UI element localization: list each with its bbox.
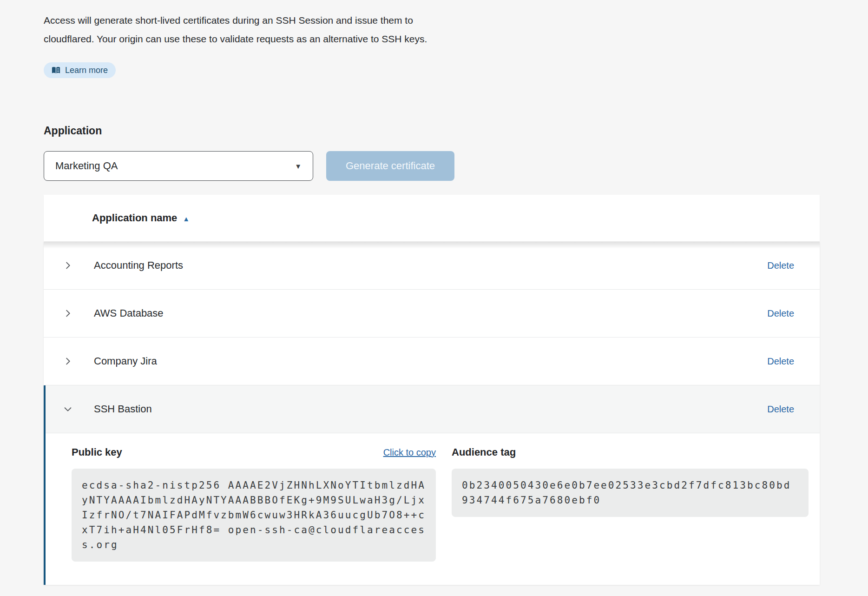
audience-tag-label: Audience tag: [452, 446, 516, 458]
table-row-company-jira: Company Jira Delete: [44, 338, 820, 385]
audience-tag-section: Audience tag 0b2340050430e6e0b7ee02533e3…: [452, 446, 809, 562]
table-row-accounting-reports: Accounting Reports Delete: [44, 242, 820, 290]
table-body: Accounting Reports Delete AWS Database D…: [44, 242, 820, 585]
audience-tag-value[interactable]: 0b2340050430e6e0b7ee02533e3cbd2f7dfc813b…: [452, 469, 809, 517]
application-label: Application: [44, 125, 868, 137]
row-name: Company Jira: [94, 355, 157, 367]
learn-more-button[interactable]: Learn more: [44, 62, 116, 78]
column-header-application-name[interactable]: Application name ▲: [92, 212, 190, 224]
controls-row: Marketing QA ▼ Generate certificate: [44, 151, 868, 181]
applications-table: Application name ▲ Accounting Reports De…: [44, 195, 820, 585]
click-to-copy-link[interactable]: Click to copy: [383, 447, 436, 458]
row-name: SSH Bastion: [94, 403, 152, 415]
page-description: Access will generate short-lived certifi…: [44, 11, 508, 48]
application-select-value: Marketing QA: [55, 160, 118, 172]
chevron-down-icon[interactable]: [62, 404, 73, 415]
chevron-right-icon[interactable]: [62, 260, 73, 271]
select-caret-icon: ▼: [295, 162, 302, 170]
row-name: AWS Database: [94, 307, 164, 319]
delete-link[interactable]: Delete: [767, 404, 794, 415]
row-name: Accounting Reports: [94, 259, 183, 272]
chevron-right-icon[interactable]: [62, 308, 73, 319]
application-select[interactable]: Marketing QA ▼: [44, 151, 313, 181]
chevron-right-icon[interactable]: [62, 356, 73, 367]
public-key-value[interactable]: ecdsa-sha2-nistp256 AAAAE2VjZHNhLXNoYTIt…: [72, 469, 436, 562]
row-detail-panel: Public key Click to copy ecdsa-sha2-nist…: [46, 433, 820, 585]
delete-link[interactable]: Delete: [767, 260, 794, 271]
ssh-certificates-page: Access will generate short-lived certifi…: [0, 0, 868, 596]
delete-link[interactable]: Delete: [767, 308, 794, 319]
delete-link[interactable]: Delete: [767, 356, 794, 367]
public-key-label: Public key: [72, 446, 122, 458]
generate-certificate-button[interactable]: Generate certificate: [326, 151, 454, 181]
table-header-row: Application name ▲: [44, 195, 820, 241]
book-icon: [52, 66, 60, 74]
expanded-row-group: SSH Bastion Delete Public key Click to c…: [44, 385, 820, 585]
public-key-section: Public key Click to copy ecdsa-sha2-nist…: [72, 446, 436, 562]
table-row-ssh-bastion: SSH Bastion Delete: [46, 385, 820, 433]
column-header-label: Application name: [92, 212, 177, 224]
sort-ascending-icon: ▲: [183, 214, 190, 222]
table-row-aws-database: AWS Database Delete: [44, 290, 820, 338]
learn-more-label: Learn more: [65, 66, 108, 75]
